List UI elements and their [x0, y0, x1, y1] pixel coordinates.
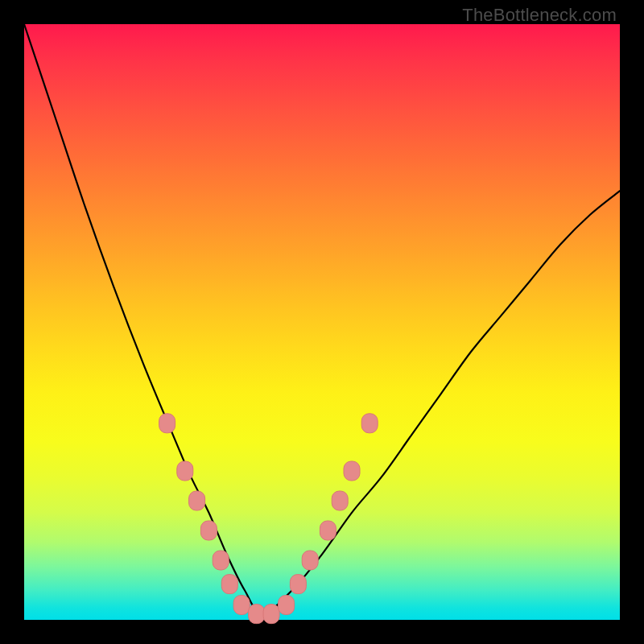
- chart-frame: TheBottleneck.com: [0, 0, 644, 644]
- marker: [233, 596, 250, 615]
- marker: [361, 414, 378, 433]
- chart-svg: [24, 24, 620, 620]
- marker: [200, 521, 217, 540]
- marker: [249, 605, 265, 624]
- marker: [177, 461, 193, 481]
- marker: [213, 551, 229, 570]
- marker: [344, 461, 360, 481]
- marker: [290, 575, 306, 594]
- marker: [302, 551, 318, 570]
- watermark-text: TheBottleneck.com: [462, 5, 617, 26]
- marker: [279, 596, 295, 615]
- marker: [189, 491, 205, 510]
- marker: [221, 575, 237, 594]
- marker: [320, 521, 336, 540]
- marker: [332, 491, 348, 510]
- marker: [263, 605, 279, 624]
- marker-group: [159, 414, 378, 624]
- marker: [159, 414, 175, 433]
- plot-area: [24, 24, 620, 620]
